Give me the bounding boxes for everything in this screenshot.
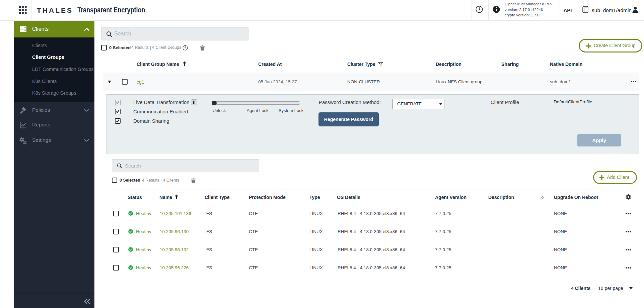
svg-text:?: ? xyxy=(184,46,186,50)
